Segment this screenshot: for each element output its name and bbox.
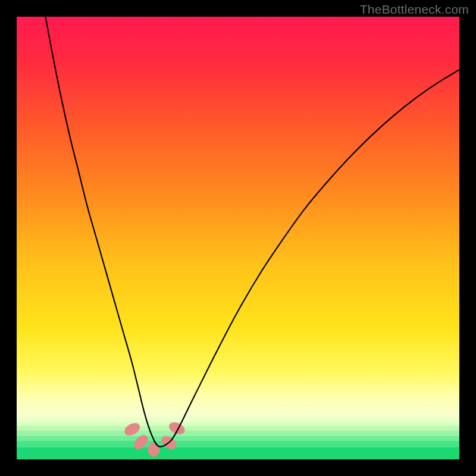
watermark-text: TheBottleneck.com <box>360 2 469 17</box>
curve-layer <box>17 17 459 459</box>
trough-marker <box>167 420 187 437</box>
bottleneck-curve <box>45 17 459 447</box>
chart-frame: TheBottleneck.com <box>0 0 476 476</box>
trough-marker <box>123 421 142 439</box>
plot-area <box>17 17 459 459</box>
trough-marker <box>148 443 160 457</box>
trough-marker <box>131 433 151 452</box>
marker-group <box>123 420 187 457</box>
